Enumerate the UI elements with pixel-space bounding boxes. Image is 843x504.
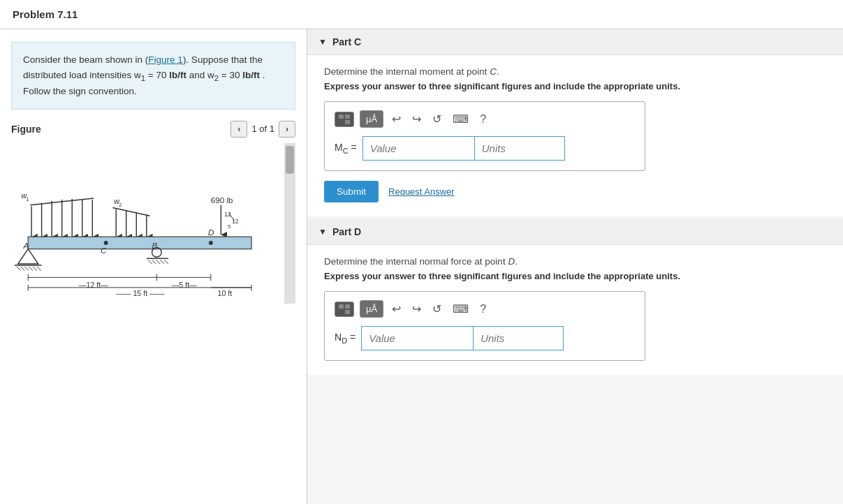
part-c-answer-box: μÅ ↩ ↪ ↺ ⌨ ? MC = <box>324 101 645 171</box>
part-c-body: Determine the internal moment at point C… <box>307 55 843 216</box>
part-c-toolbar: μÅ ↩ ↪ ↺ ⌨ ? <box>335 110 635 128</box>
part-c-value-input[interactable] <box>362 136 474 161</box>
svg-text:D: D <box>208 228 214 237</box>
figure-section: Figure ‹ 1 of 1 › <box>11 121 295 304</box>
part-d-input-row: ND = <box>335 326 635 350</box>
part-d-description: Determine the internal normal force at p… <box>324 256 826 267</box>
keyboard-button-c[interactable]: ⌨ <box>450 111 471 127</box>
reset-button-c[interactable]: ↺ <box>430 111 444 127</box>
svg-point-33 <box>104 241 108 245</box>
svg-text:B: B <box>152 241 158 250</box>
svg-text:5: 5 <box>228 223 230 230</box>
part-c-header: ▼ Part C <box>307 29 843 55</box>
part-c-action-row: Submit Request Answer <box>324 181 826 202</box>
part-c-request-button[interactable]: Request Answer <box>388 186 455 197</box>
right-panel: ▼ Part C Determine the internal moment a… <box>307 29 843 504</box>
part-d-body: Determine the internal normal force at p… <box>307 245 843 375</box>
page-header: Problem 7.11 <box>0 0 843 29</box>
problem-text-pre: Consider the beam shown in ( <box>23 54 148 65</box>
part-c-input-label: MC = <box>335 142 357 155</box>
svg-rect-65 <box>345 310 350 314</box>
part-d-value-input[interactable] <box>361 326 473 350</box>
part-d-answer-box: μÅ ↩ ↪ ↺ ⌨ ? ND = <box>324 291 645 361</box>
svg-rect-60 <box>339 120 344 124</box>
part-d-section: ▼ Part D Determine the internal normal f… <box>307 219 843 375</box>
svg-line-29 <box>29 267 33 271</box>
svg-text:C: C <box>101 246 107 255</box>
figure-scrollbar[interactable] <box>284 143 295 304</box>
svg-rect-63 <box>345 304 350 309</box>
svg-line-39 <box>156 260 160 264</box>
figure-canvas: w 1 w 2 690 lb 12 <box>11 143 295 304</box>
part-d-instruction: Express your answer to three significant… <box>324 271 826 281</box>
figure-nav: ‹ 1 of 1 › <box>230 121 295 138</box>
part-d-units-input[interactable] <box>473 326 564 350</box>
part-d-input-label: ND = <box>335 332 355 345</box>
matrix-button-c[interactable] <box>335 112 354 127</box>
figure-next-button[interactable]: › <box>279 121 295 138</box>
svg-rect-59 <box>345 114 350 119</box>
svg-line-38 <box>152 260 156 264</box>
part-d-label: Part D <box>332 226 361 237</box>
svg-rect-58 <box>339 114 344 119</box>
svg-line-31 <box>37 267 41 271</box>
matrix-button-d[interactable] <box>335 302 354 317</box>
undo-button-c[interactable]: ↩ <box>389 111 404 127</box>
reset-button-d[interactable]: ↺ <box>430 301 444 317</box>
scroll-thumb <box>286 146 294 174</box>
figure-link[interactable]: Figure 1 <box>148 54 183 65</box>
part-d-header: ▼ Part D <box>307 219 843 245</box>
part-c-toggle[interactable]: ▼ <box>318 37 327 47</box>
part-c-description: Determine the internal moment at point C… <box>324 66 826 77</box>
left-panel: Consider the beam shown in (Figure 1). S… <box>0 29 307 504</box>
undo-button-d[interactable]: ↩ <box>389 301 404 317</box>
beam-diagram: w 1 w 2 690 lb 12 <box>11 143 295 297</box>
problem-text-box: Consider the beam shown in (Figure 1). S… <box>11 42 295 110</box>
mu-button-d[interactable]: μÅ <box>360 300 383 318</box>
svg-line-26 <box>17 267 21 271</box>
part-c-instruction: Express your answer to three significant… <box>324 81 826 91</box>
part-c-input-row: MC = <box>335 136 635 161</box>
part-c-section: ▼ Part C Determine the internal moment a… <box>307 29 843 216</box>
svg-point-43 <box>209 241 213 245</box>
svg-line-14 <box>112 207 149 216</box>
svg-line-41 <box>164 260 168 264</box>
svg-line-27 <box>21 267 25 271</box>
page-title: Problem 7.11 <box>13 8 78 20</box>
svg-text:—— 15 ft ——: —— 15 ft —— <box>116 288 165 296</box>
svg-rect-62 <box>339 304 344 309</box>
main-layout: Consider the beam shown in (Figure 1). S… <box>0 29 843 504</box>
mu-button-c[interactable]: μÅ <box>360 110 383 128</box>
svg-line-40 <box>160 260 164 264</box>
part-c-units-input[interactable] <box>474 136 565 161</box>
svg-line-30 <box>33 267 37 271</box>
help-button-c[interactable]: ? <box>477 112 489 127</box>
part-c-label: Part C <box>332 36 361 47</box>
svg-rect-64 <box>339 310 344 314</box>
keyboard-button-d[interactable]: ⌨ <box>450 301 471 317</box>
svg-text:1: 1 <box>26 196 29 202</box>
svg-line-28 <box>24 267 29 271</box>
redo-button-d[interactable]: ↪ <box>409 301 424 317</box>
svg-text:10 ft: 10 ft <box>218 288 233 296</box>
svg-text:A: A <box>22 241 29 250</box>
part-d-toolbar: μÅ ↩ ↪ ↺ ⌨ ? <box>335 300 635 318</box>
figure-prev-button[interactable]: ‹ <box>230 121 247 138</box>
svg-rect-61 <box>345 120 350 124</box>
part-d-toggle[interactable]: ▼ <box>318 227 327 237</box>
svg-line-37 <box>148 260 152 264</box>
figure-header: Figure ‹ 1 of 1 › <box>11 121 295 138</box>
svg-marker-24 <box>18 249 38 264</box>
figure-page: 1 of 1 <box>251 124 274 134</box>
help-button-d[interactable]: ? <box>477 302 489 317</box>
redo-button-c[interactable]: ↪ <box>409 111 424 127</box>
svg-text:690 lb: 690 lb <box>211 195 233 205</box>
figure-label: Figure <box>11 124 41 135</box>
svg-rect-23 <box>28 237 251 249</box>
svg-text:12: 12 <box>232 218 239 225</box>
part-c-submit-button[interactable]: Submit <box>324 181 379 202</box>
svg-text:2: 2 <box>119 201 122 207</box>
